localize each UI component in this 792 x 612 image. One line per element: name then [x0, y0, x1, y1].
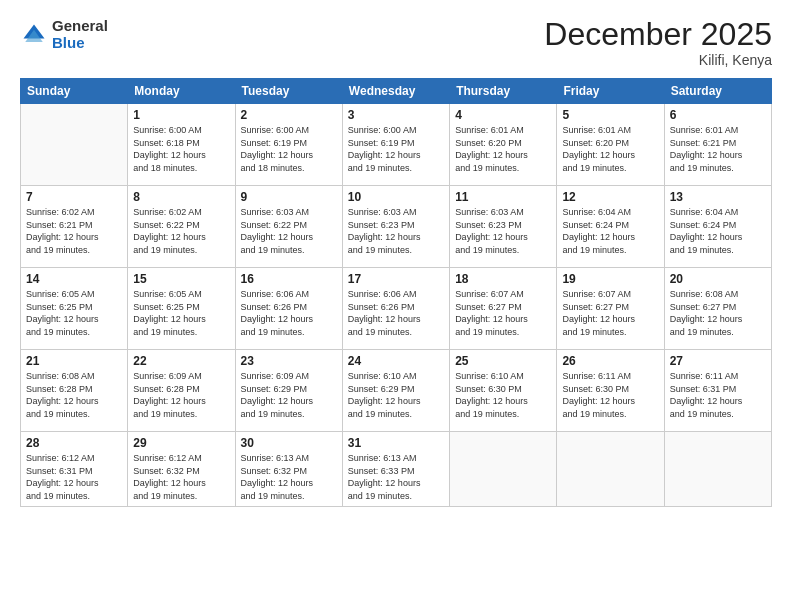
day-number: 26 [562, 354, 658, 368]
calendar-cell: 4Sunrise: 6:01 AMSunset: 6:20 PMDaylight… [450, 104, 557, 186]
day-number: 29 [133, 436, 229, 450]
calendar-cell [664, 432, 771, 507]
day-info: Sunrise: 6:10 AMSunset: 6:30 PMDaylight:… [455, 370, 551, 420]
day-info: Sunrise: 6:00 AMSunset: 6:19 PMDaylight:… [241, 124, 337, 174]
calendar-cell: 1Sunrise: 6:00 AMSunset: 6:18 PMDaylight… [128, 104, 235, 186]
day-number: 21 [26, 354, 122, 368]
day-info: Sunrise: 6:12 AMSunset: 6:32 PMDaylight:… [133, 452, 229, 502]
day-info: Sunrise: 6:01 AMSunset: 6:20 PMDaylight:… [455, 124, 551, 174]
calendar-cell: 30Sunrise: 6:13 AMSunset: 6:32 PMDayligh… [235, 432, 342, 507]
calendar-cell: 25Sunrise: 6:10 AMSunset: 6:30 PMDayligh… [450, 350, 557, 432]
calendar-cell: 5Sunrise: 6:01 AMSunset: 6:20 PMDaylight… [557, 104, 664, 186]
weekday-header-row: SundayMondayTuesdayWednesdayThursdayFrid… [21, 79, 772, 104]
calendar-cell: 17Sunrise: 6:06 AMSunset: 6:26 PMDayligh… [342, 268, 449, 350]
calendar-cell: 20Sunrise: 6:08 AMSunset: 6:27 PMDayligh… [664, 268, 771, 350]
day-info: Sunrise: 6:06 AMSunset: 6:26 PMDaylight:… [348, 288, 444, 338]
calendar-cell: 15Sunrise: 6:05 AMSunset: 6:25 PMDayligh… [128, 268, 235, 350]
day-info: Sunrise: 6:11 AMSunset: 6:31 PMDaylight:… [670, 370, 766, 420]
calendar-cell [21, 104, 128, 186]
day-info: Sunrise: 6:13 AMSunset: 6:32 PMDaylight:… [241, 452, 337, 502]
location: Kilifi, Kenya [544, 52, 772, 68]
day-info: Sunrise: 6:07 AMSunset: 6:27 PMDaylight:… [562, 288, 658, 338]
calendar-cell: 29Sunrise: 6:12 AMSunset: 6:32 PMDayligh… [128, 432, 235, 507]
day-number: 18 [455, 272, 551, 286]
calendar-cell: 13Sunrise: 6:04 AMSunset: 6:24 PMDayligh… [664, 186, 771, 268]
day-info: Sunrise: 6:08 AMSunset: 6:27 PMDaylight:… [670, 288, 766, 338]
calendar-cell: 26Sunrise: 6:11 AMSunset: 6:30 PMDayligh… [557, 350, 664, 432]
calendar-cell: 31Sunrise: 6:13 AMSunset: 6:33 PMDayligh… [342, 432, 449, 507]
page: General Blue December 2025 Kilifi, Kenya… [0, 0, 792, 612]
day-number: 19 [562, 272, 658, 286]
calendar-cell [557, 432, 664, 507]
day-info: Sunrise: 6:07 AMSunset: 6:27 PMDaylight:… [455, 288, 551, 338]
day-info: Sunrise: 6:09 AMSunset: 6:29 PMDaylight:… [241, 370, 337, 420]
day-info: Sunrise: 6:05 AMSunset: 6:25 PMDaylight:… [26, 288, 122, 338]
title-block: December 2025 Kilifi, Kenya [544, 18, 772, 68]
month-title: December 2025 [544, 18, 772, 50]
day-info: Sunrise: 6:04 AMSunset: 6:24 PMDaylight:… [562, 206, 658, 256]
weekday-header: Sunday [21, 79, 128, 104]
day-info: Sunrise: 6:08 AMSunset: 6:28 PMDaylight:… [26, 370, 122, 420]
day-number: 10 [348, 190, 444, 204]
calendar-cell: 7Sunrise: 6:02 AMSunset: 6:21 PMDaylight… [21, 186, 128, 268]
day-number: 28 [26, 436, 122, 450]
day-info: Sunrise: 6:04 AMSunset: 6:24 PMDaylight:… [670, 206, 766, 256]
day-info: Sunrise: 6:03 AMSunset: 6:22 PMDaylight:… [241, 206, 337, 256]
day-number: 6 [670, 108, 766, 122]
week-row: 7Sunrise: 6:02 AMSunset: 6:21 PMDaylight… [21, 186, 772, 268]
calendar: SundayMondayTuesdayWednesdayThursdayFrid… [20, 78, 772, 507]
calendar-cell: 24Sunrise: 6:10 AMSunset: 6:29 PMDayligh… [342, 350, 449, 432]
day-number: 15 [133, 272, 229, 286]
day-number: 12 [562, 190, 658, 204]
day-info: Sunrise: 6:01 AMSunset: 6:20 PMDaylight:… [562, 124, 658, 174]
day-info: Sunrise: 6:13 AMSunset: 6:33 PMDaylight:… [348, 452, 444, 502]
calendar-cell: 14Sunrise: 6:05 AMSunset: 6:25 PMDayligh… [21, 268, 128, 350]
day-info: Sunrise: 6:02 AMSunset: 6:21 PMDaylight:… [26, 206, 122, 256]
day-number: 4 [455, 108, 551, 122]
weekday-header: Wednesday [342, 79, 449, 104]
calendar-cell: 21Sunrise: 6:08 AMSunset: 6:28 PMDayligh… [21, 350, 128, 432]
day-number: 25 [455, 354, 551, 368]
day-info: Sunrise: 6:00 AMSunset: 6:18 PMDaylight:… [133, 124, 229, 174]
calendar-cell: 28Sunrise: 6:12 AMSunset: 6:31 PMDayligh… [21, 432, 128, 507]
day-info: Sunrise: 6:10 AMSunset: 6:29 PMDaylight:… [348, 370, 444, 420]
weekday-header: Thursday [450, 79, 557, 104]
logo-text: General Blue [52, 18, 108, 51]
day-number: 27 [670, 354, 766, 368]
day-number: 7 [26, 190, 122, 204]
day-number: 22 [133, 354, 229, 368]
day-info: Sunrise: 6:11 AMSunset: 6:30 PMDaylight:… [562, 370, 658, 420]
day-number: 17 [348, 272, 444, 286]
calendar-cell: 2Sunrise: 6:00 AMSunset: 6:19 PMDaylight… [235, 104, 342, 186]
calendar-cell: 6Sunrise: 6:01 AMSunset: 6:21 PMDaylight… [664, 104, 771, 186]
week-row: 1Sunrise: 6:00 AMSunset: 6:18 PMDaylight… [21, 104, 772, 186]
day-number: 13 [670, 190, 766, 204]
day-info: Sunrise: 6:09 AMSunset: 6:28 PMDaylight:… [133, 370, 229, 420]
day-number: 16 [241, 272, 337, 286]
calendar-cell: 11Sunrise: 6:03 AMSunset: 6:23 PMDayligh… [450, 186, 557, 268]
day-number: 20 [670, 272, 766, 286]
day-number: 9 [241, 190, 337, 204]
logo: General Blue [20, 18, 108, 51]
day-number: 1 [133, 108, 229, 122]
calendar-cell [450, 432, 557, 507]
day-number: 23 [241, 354, 337, 368]
week-row: 14Sunrise: 6:05 AMSunset: 6:25 PMDayligh… [21, 268, 772, 350]
calendar-cell: 8Sunrise: 6:02 AMSunset: 6:22 PMDaylight… [128, 186, 235, 268]
day-number: 8 [133, 190, 229, 204]
day-number: 2 [241, 108, 337, 122]
day-info: Sunrise: 6:12 AMSunset: 6:31 PMDaylight:… [26, 452, 122, 502]
calendar-cell: 12Sunrise: 6:04 AMSunset: 6:24 PMDayligh… [557, 186, 664, 268]
day-number: 14 [26, 272, 122, 286]
calendar-cell: 19Sunrise: 6:07 AMSunset: 6:27 PMDayligh… [557, 268, 664, 350]
day-number: 3 [348, 108, 444, 122]
calendar-cell: 27Sunrise: 6:11 AMSunset: 6:31 PMDayligh… [664, 350, 771, 432]
day-number: 31 [348, 436, 444, 450]
day-info: Sunrise: 6:02 AMSunset: 6:22 PMDaylight:… [133, 206, 229, 256]
day-info: Sunrise: 6:06 AMSunset: 6:26 PMDaylight:… [241, 288, 337, 338]
weekday-header: Monday [128, 79, 235, 104]
weekday-header: Friday [557, 79, 664, 104]
day-info: Sunrise: 6:00 AMSunset: 6:19 PMDaylight:… [348, 124, 444, 174]
day-info: Sunrise: 6:01 AMSunset: 6:21 PMDaylight:… [670, 124, 766, 174]
day-number: 5 [562, 108, 658, 122]
